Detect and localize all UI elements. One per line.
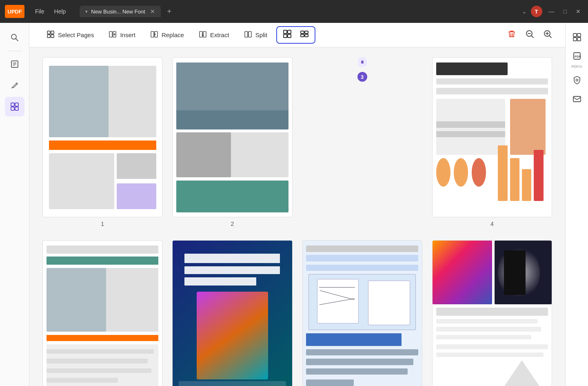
new-tab-button[interactable]: + [167, 7, 172, 16]
active-tab[interactable]: ▾ New Busin... New Font ✕ [80, 6, 160, 17]
maximize-button[interactable]: □ [561, 7, 569, 16]
page-3-selected-wrapper [358, 57, 367, 67]
delete-button[interactable] [504, 28, 519, 42]
svg-rect-9 [11, 107, 14, 110]
app-body: Select Pages Insert Replace Extract [0, 23, 588, 386]
svg-rect-41 [573, 33, 577, 37]
close-button[interactable]: ✕ [573, 7, 583, 16]
extract-label: Extract [210, 31, 229, 38]
nav-back-icon[interactable]: ⌄ [522, 8, 527, 15]
titlebar: UPDF File Help ▾ New Busin... New Font ✕… [0, 0, 588, 23]
svg-rect-19 [151, 31, 154, 37]
svg-rect-21 [200, 31, 202, 37]
insert-label: Insert [120, 31, 135, 38]
list-view-button[interactable] [297, 29, 311, 41]
sidebar-icon-annotate[interactable] [5, 76, 24, 95]
right-sidebar-thumbnails[interactable] [569, 29, 585, 45]
page-number-2: 2 [231, 221, 234, 227]
right-sidebar-security[interactable] [569, 72, 585, 88]
svg-rect-32 [301, 34, 304, 37]
right-sidebar: PDF PDF/A [565, 23, 588, 386]
page-card-8[interactable] [432, 240, 552, 386]
page-thumb-6: 6 [172, 240, 292, 386]
svg-rect-7 [11, 103, 14, 106]
page-thumb-2: 2 [172, 57, 292, 227]
tab-title: New Busin... New Font [91, 9, 145, 15]
page-card-2[interactable] [172, 57, 292, 217]
organize-view-toggle [276, 26, 315, 44]
pages-grid-container[interactable]: 1 2 [29, 47, 565, 386]
split-label: Split [255, 31, 267, 38]
sidebar-icon-search[interactable] [5, 28, 24, 47]
svg-rect-28 [284, 34, 287, 38]
svg-rect-48 [573, 96, 581, 102]
extract-button[interactable]: Extract [191, 27, 237, 43]
pages-grid: 1 2 [42, 57, 552, 386]
window-controls: ⌄ T — □ ✕ [522, 6, 583, 17]
extract-icon [199, 30, 207, 40]
page-card-1[interactable] [42, 57, 162, 217]
tab-close-btn[interactable]: ✕ [150, 8, 155, 15]
svg-line-36 [532, 36, 534, 38]
page-number-1: 1 [101, 221, 104, 227]
svg-rect-31 [305, 31, 308, 33]
toolbar: Select Pages Insert Replace Extract [29, 23, 565, 47]
sidebar-icon-organize[interactable] [5, 97, 24, 116]
minimize-button[interactable]: — [546, 7, 557, 16]
svg-line-1 [16, 39, 18, 41]
svg-text:PDF: PDF [575, 55, 581, 58]
select-pages-label: Select Pages [58, 31, 94, 38]
svg-rect-23 [245, 31, 248, 37]
right-sidebar-mail[interactable] [569, 91, 585, 107]
page-thumb-7: 7 [302, 240, 422, 386]
svg-rect-22 [203, 31, 206, 37]
svg-rect-14 [51, 35, 54, 38]
split-icon [244, 30, 252, 40]
mail-icon[interactable] [569, 91, 585, 107]
select-pages-icon [47, 30, 55, 40]
replace-label: Replace [162, 31, 184, 38]
svg-rect-15 [109, 31, 112, 37]
user-avatar[interactable]: T [531, 6, 542, 17]
page-card-6[interactable] [172, 240, 292, 386]
page-thumb-5: 5 [42, 240, 162, 386]
zoom-in-button[interactable] [540, 28, 555, 42]
grid-view-button[interactable] [280, 29, 294, 41]
toolbar-right [504, 28, 555, 42]
content-area: Select Pages Insert Replace Extract [29, 23, 565, 386]
menu-help[interactable]: Help [50, 7, 70, 16]
page-thumb-4: 4 [432, 57, 552, 227]
menu-file[interactable]: File [31, 7, 49, 16]
security-icon[interactable] [569, 72, 585, 88]
tab-arrow[interactable]: ▾ [85, 9, 88, 14]
right-sidebar-pdf-a[interactable]: PDF PDF/A [569, 48, 585, 69]
sidebar-icon-edit[interactable] [5, 54, 24, 74]
page-card-5[interactable] [42, 240, 162, 386]
svg-rect-33 [305, 34, 308, 37]
menu-bar: File Help [31, 7, 70, 16]
svg-rect-43 [573, 38, 577, 41]
thumbnails-icon[interactable] [569, 29, 585, 45]
svg-rect-24 [249, 31, 251, 37]
page-card-7[interactable] [302, 240, 422, 386]
svg-rect-8 [15, 103, 18, 106]
pdf-a-icon[interactable]: PDF [569, 48, 585, 64]
page-thumb-8: 8 [432, 240, 552, 386]
zoom-out-button[interactable] [522, 28, 537, 42]
select-pages-button[interactable]: Select Pages [39, 27, 101, 43]
svg-point-47 [576, 79, 578, 81]
svg-line-40 [550, 36, 552, 38]
svg-rect-42 [577, 33, 581, 37]
svg-rect-44 [577, 38, 581, 41]
page-card-4[interactable] [432, 57, 552, 217]
page-thumb-1: 1 [42, 57, 162, 227]
svg-rect-30 [301, 31, 304, 33]
left-sidebar [0, 23, 29, 386]
split-button[interactable]: Split [237, 27, 275, 43]
svg-rect-29 [288, 34, 291, 38]
page-card-3[interactable] [361, 60, 364, 64]
replace-button[interactable]: Replace [143, 27, 191, 43]
replace-icon [150, 30, 158, 40]
page-number-badge-3: 3 [357, 72, 367, 82]
insert-button[interactable]: Insert [101, 27, 143, 43]
